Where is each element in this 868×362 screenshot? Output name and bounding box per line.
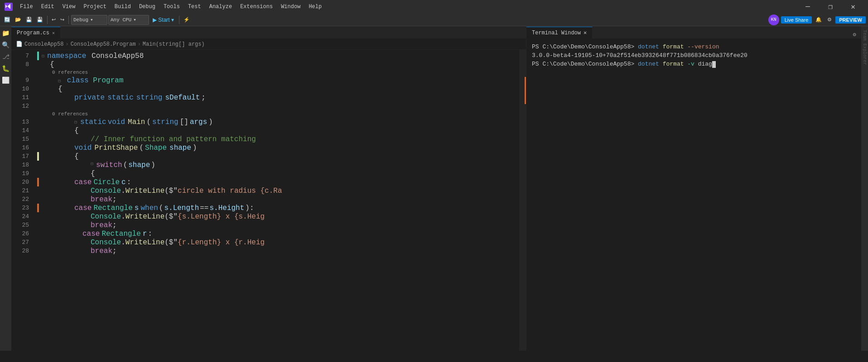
right-activity-bar: Team Explorer: [861, 26, 868, 351]
table-row: 22 break ;: [11, 195, 519, 204]
preview-button[interactable]: PREVIEW: [835, 16, 866, 24]
debug-config-dropdown[interactable]: Debug ▾: [71, 15, 107, 25]
tab-label: Program.cs: [17, 30, 49, 36]
breadcrumb: 📄 ConsoleApp58 › ConsoleApp58.Program › …: [11, 39, 526, 50]
terminal-settings-icon[interactable]: ⚙: [850, 30, 858, 38]
start-button[interactable]: ▶ Start ▾: [150, 15, 177, 25]
menu-help[interactable]: Help: [305, 3, 325, 11]
explorer-icon[interactable]: 📁: [1, 28, 11, 38]
table-row: 11 private static string sDefault ;: [11, 93, 519, 102]
live-share-button[interactable]: Live Share: [781, 16, 812, 24]
table-row: 16 void PrintShape ( Shape shape ): [11, 143, 519, 152]
menu-test[interactable]: Test: [184, 3, 205, 11]
menu-bar: File Edit View Project Build Debug Tools…: [16, 3, 325, 11]
scrollbar-highlight-2: [525, 95, 526, 104]
main-layout: 📁 🔍 ⎇ 🐛 ⬜ Program.cs ✕ 📄 ConsoleApp58 › …: [0, 26, 868, 351]
table-row: 25 break ;: [11, 221, 519, 229]
table-row: 21 Console . WriteLine ($" circle with r…: [11, 186, 519, 195]
menu-file[interactable]: File: [16, 3, 37, 11]
menu-view[interactable]: View: [59, 3, 79, 11]
menu-debug[interactable]: Debug: [135, 3, 159, 11]
terminal-line-1: PS C:\Code\Demo\ConsoleApp58> dotnet for…: [532, 43, 856, 51]
minimap: [519, 50, 526, 351]
menu-project[interactable]: Project: [80, 3, 110, 11]
breadcrumb-app[interactable]: 📄 ConsoleApp58: [16, 41, 63, 48]
ref-label-2: 0 references: [11, 110, 519, 118]
terminal-line-3: PS C:\Code\Demo\ConsoleApp58> dotnet for…: [532, 60, 856, 68]
menu-tools[interactable]: Tools: [160, 3, 183, 11]
terminal-panel: Terminal Window ✕ ⚙ PS C:\Code\Demo\Cons…: [526, 26, 861, 351]
performance-button[interactable]: ⚡: [182, 15, 192, 25]
terminal-tab-close[interactable]: ✕: [583, 29, 587, 36]
vs-logo-icon: [5, 3, 13, 11]
user-avatar: KN: [768, 14, 779, 25]
editor-tab-bar: Program.cs ✕: [11, 26, 526, 39]
toolbar-icon-2[interactable]: ⚙: [825, 15, 834, 25]
terminal-actions: ⚙: [850, 30, 861, 38]
table-row: 8 {: [11, 60, 519, 69]
restore-button[interactable]: ❐: [820, 0, 841, 14]
tab-terminal-window[interactable]: Terminal Window ✕: [526, 27, 593, 38]
code-editor[interactable]: 7 ⊟ namespace ConsoleApp58 8: [11, 50, 519, 351]
table-row: 12: [11, 102, 519, 110]
table-row: 10 {: [11, 85, 519, 93]
table-row: 18 ⊟ switch ( shape ): [11, 161, 519, 169]
table-row: 19 {: [11, 169, 519, 178]
redo-button[interactable]: ↪: [58, 15, 66, 25]
close-button[interactable]: ✕: [843, 0, 863, 14]
table-row: 24 Console . WriteLine ($" {s.Length} x …: [11, 212, 519, 221]
table-row: 20 case Circle c :: [11, 178, 519, 186]
save-all-button[interactable]: 💾: [35, 15, 45, 25]
menu-analyze[interactable]: Analyze: [206, 3, 236, 11]
undo-button[interactable]: ↩: [50, 15, 58, 25]
terminal-tab-label: Terminal Window: [532, 30, 581, 36]
scrollbar-highlight: [525, 77, 526, 95]
menu-build[interactable]: Build: [111, 3, 135, 11]
table-row: 14 {: [11, 126, 519, 135]
table-row: 13 ⊟ static void Main ( string []: [11, 118, 519, 126]
save-button[interactable]: 💾: [24, 15, 34, 25]
title-bar-left: File Edit View Project Build Debug Tools…: [5, 3, 325, 11]
terminal-tab-bar: Terminal Window ✕ ⚙: [526, 26, 861, 39]
minimize-button[interactable]: —: [797, 0, 818, 14]
tab-program-cs[interactable]: Program.cs ✕: [11, 27, 61, 38]
open-button[interactable]: 📂: [13, 15, 23, 25]
table-row: 17 {: [11, 152, 519, 161]
menu-extensions[interactable]: Extensions: [236, 3, 276, 11]
table-row: 9 ⊟ class Program: [11, 76, 519, 85]
code-with-lines: 7 ⊟ namespace ConsoleApp58 8: [11, 50, 526, 351]
team-explorer-icon[interactable]: Team Explorer: [862, 26, 867, 69]
table-row: 26 case Rectangle r :: [11, 229, 519, 238]
editor-area: Program.cs ✕ 📄 ConsoleApp58 › ConsoleApp…: [11, 26, 526, 351]
toolbar-right: KN Live Share 🔔 ⚙ PREVIEW: [768, 14, 866, 25]
terminal-content[interactable]: PS C:\Code\Demo\ConsoleApp58> dotnet for…: [526, 39, 861, 351]
code-area: 7 ⊟ namespace ConsoleApp58 8: [11, 50, 526, 351]
terminal-line-2: 3.0.0-beta4-19105-10+70a2f514eb3932648f7…: [532, 51, 856, 60]
tab-close-button[interactable]: ✕: [52, 30, 55, 36]
toolbar: 🔄 📂 💾 💾 ↩ ↪ Debug ▾ Any CPU ▾ ▶ Start ▾ …: [0, 14, 868, 26]
table-row: 28 break ;: [11, 247, 519, 255]
menu-window[interactable]: Window: [277, 3, 304, 11]
table-row: 15 // Inner function and pattern matchin…: [11, 135, 519, 143]
table-row: 7 ⊟ namespace ConsoleApp58: [11, 52, 519, 60]
title-bar-actions: — ❐ ✕: [797, 0, 863, 14]
debug-icon[interactable]: 🐛: [1, 63, 11, 73]
toolbar-icon-1[interactable]: 🔔: [814, 15, 824, 25]
search-icon[interactable]: 🔍: [1, 40, 11, 50]
breadcrumb-class[interactable]: ConsoleApp58.Program: [71, 41, 136, 48]
table-row: 23 case Rectangle s when ( s: [11, 204, 519, 212]
ref-label-1: 0 references: [11, 69, 519, 76]
new-project-button[interactable]: 🔄: [2, 15, 12, 25]
extensions-icon[interactable]: ⬜: [1, 75, 11, 85]
toolbar-sep-3: [179, 16, 179, 24]
git-icon[interactable]: ⎇: [1, 52, 11, 62]
terminal-cursor: [712, 61, 716, 68]
toolbar-sep-2: [68, 16, 69, 24]
menu-edit[interactable]: Edit: [38, 3, 58, 11]
breadcrumb-method[interactable]: Main(string[] args): [143, 41, 205, 48]
table-row: 27 Console . WriteLine ($" {r.Length} x …: [11, 238, 519, 247]
cpu-config-dropdown[interactable]: Any CPU ▾: [108, 15, 149, 25]
activity-bar: 📁 🔍 ⎇ 🐛 ⬜: [0, 26, 11, 351]
toolbar-sep-1: [47, 16, 48, 24]
title-bar: File Edit View Project Build Debug Tools…: [0, 0, 868, 14]
